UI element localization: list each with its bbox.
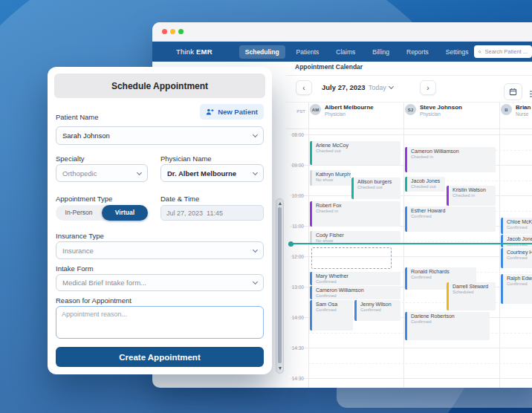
hour-gridline [291, 348, 532, 348]
nav-item-scheduling[interactable]: Scheduling [239, 45, 285, 59]
appointment-patient-name: Mary Whether [316, 273, 400, 279]
appointment-card[interactable]: Ralph EdwardsConfirmed [501, 274, 532, 304]
appointment-status: Checked in [411, 155, 496, 159]
appointment-card[interactable]: Darlene RobertsonConfirmed [405, 312, 490, 340]
page-background: Think EMR SchedulingPatientsClaimsBillin… [0, 0, 532, 413]
patient-name-select[interactable]: Sarah Johnson [56, 126, 264, 145]
date-picker[interactable]: July 27, 2023 Today [322, 83, 393, 91]
nav-item-claims[interactable]: Claims [330, 45, 361, 59]
scrollbar-thumb[interactable] [278, 207, 282, 363]
appointment-card[interactable]: Jacob JonesConfirmed [501, 235, 532, 247]
selected-empty-slot[interactable] [311, 247, 392, 269]
appointment-card[interactable]: Esther HowardConfirmed [405, 206, 496, 232]
appointment-card[interactable]: Allison burgersChecked out [351, 178, 400, 199]
specialty-value: Orthopedic [62, 169, 97, 178]
appointment-status: Confirmed [507, 225, 532, 230]
search-placeholder: Search Patient ... [484, 48, 528, 55]
appointment-status: Confirmed [316, 308, 353, 312]
half-hour-gridline [308, 363, 532, 364]
minimize-window-icon[interactable] [170, 29, 175, 34]
appointment-card[interactable]: Mary WhetherConfirmed [310, 272, 400, 285]
chevron-right-icon: › [426, 84, 429, 92]
appointment-patient-name: Darrell Steward [452, 284, 496, 289]
appointment-card[interactable]: Darrell StewardScheduled [447, 282, 496, 310]
appointment-card[interactable]: Kristin WatsonChecked in [447, 186, 496, 206]
appointment-status: Checked in [452, 193, 496, 198]
specialty-select[interactable]: Orthopedic [56, 164, 148, 182]
app-logo: Think EMR [176, 48, 213, 56]
appointment-patient-name: Ralph Edwards [507, 276, 532, 281]
current-date-label: July 27, 2023 [322, 83, 366, 91]
insurance-select[interactable]: Insurance [56, 241, 264, 259]
appointment-patient-name: Sam Osa [316, 302, 353, 307]
hour-gridline [291, 195, 532, 196]
appointment-card[interactable]: Cameron WilliamsonChecked in [405, 147, 496, 172]
appointment-patient-name: Chloe McKinne [507, 219, 532, 224]
appointment-status: Checked out [357, 185, 400, 189]
column-name: Brian [516, 104, 531, 111]
appointment-status: Confirmed [411, 275, 476, 279]
chevron-left-icon: ‹ [302, 84, 305, 92]
physician-name-label: Physician Name [160, 155, 212, 163]
appointment-status: Checked out [316, 149, 400, 153]
appointment-type-option-virtual[interactable]: Virtual [102, 205, 148, 221]
appointment-patient-name: Allison burgers [357, 179, 400, 184]
appointment-card[interactable]: Courtney HenrConfirmed [501, 248, 532, 268]
appointment-patient-name: Kathryn Murphy [316, 172, 351, 177]
reason-textarea[interactable]: Appointment reason... [56, 306, 264, 339]
schedule-appointment-modal: Schedule Appointment Patient Name New Pa… [48, 67, 272, 374]
time-label: 09:00 [286, 163, 304, 168]
new-patient-button[interactable]: New Patient [200, 104, 264, 120]
physician-select[interactable]: Dr. Albert Melbourne [160, 164, 264, 182]
column-role: Physician [325, 111, 374, 117]
appointment-card[interactable]: Robert FoxChecked in [310, 201, 400, 227]
appointment-card[interactable]: Cameron WilliamsonConfirmed [310, 286, 400, 299]
scroll-down-icon[interactable] [279, 367, 282, 370]
calendar-column-header: BBrianNurse [501, 104, 531, 117]
prev-day-button[interactable]: ‹ [296, 80, 312, 95]
appointment-card[interactable]: Arlene McCoyChecked out [310, 141, 400, 165]
date-time-input[interactable]: Jul 27, 2023 11:45 [160, 205, 264, 221]
scroll-up-icon[interactable] [279, 202, 282, 205]
next-day-button[interactable]: › [420, 80, 436, 95]
appointment-patient-name: Jacob Jones [507, 236, 532, 241]
time-label: 14:00 [286, 315, 304, 320]
appointment-type-toggle: In-PersonVirtual [56, 205, 148, 221]
close-window-icon[interactable] [162, 29, 167, 34]
reason-placeholder: Appointment reason... [62, 310, 127, 318]
nav-item-settings[interactable]: Settings [440, 45, 475, 59]
add-user-icon [206, 108, 214, 115]
chevron-down-icon [253, 247, 258, 252]
calendar-view-button[interactable] [504, 83, 522, 100]
search-icon [479, 49, 481, 55]
appointment-type-option-in-person[interactable]: In-Person [56, 205, 102, 221]
nav-item-reports[interactable]: Reports [400, 45, 435, 59]
calendar-view-icon [509, 88, 517, 96]
divider [286, 129, 532, 129]
nav-item-patients[interactable]: Patients [291, 45, 325, 59]
chevron-down-icon [253, 132, 258, 137]
zoom-window-icon[interactable] [178, 29, 184, 34]
divider [286, 102, 532, 103]
intake-form-select[interactable]: Medical Brief Intake form... [56, 274, 264, 291]
appointment-card[interactable]: Jenny WilsonConfirmed [354, 300, 400, 321]
create-appointment-button[interactable]: Create Appointment [56, 347, 264, 367]
appointment-card[interactable]: Jacob JonesChecked out [405, 177, 445, 192]
appointment-card[interactable]: Kathryn MurphyNo show [310, 170, 351, 186]
appointment-card[interactable]: Sam OsaConfirmed [310, 300, 353, 331]
calendar-column-header: SJSteve JohnsonPhysician [405, 104, 462, 117]
time-label: 13:00 [286, 284, 304, 290]
chevron-down-icon [253, 169, 258, 175]
column-name: Steve Johnson [420, 104, 462, 111]
appointment-status: Scheduled [452, 290, 496, 294]
list-view-button[interactable] [529, 88, 532, 101]
appointment-patient-name: Courtney Henr [507, 250, 532, 255]
avatar: B [501, 104, 512, 115]
appointment-status: Confirmed [316, 279, 400, 284]
appointment-card[interactable]: Chloe McKinneConfirmed [501, 218, 532, 234]
column-header-text: Albert MelbournePhysician [325, 104, 374, 117]
vertical-scrollbar[interactable] [276, 198, 284, 374]
patient-search-input[interactable]: Search Patient ... [474, 45, 532, 58]
appointment-status: Checked out [411, 184, 445, 189]
nav-item-billing[interactable]: Billing [366, 45, 395, 59]
